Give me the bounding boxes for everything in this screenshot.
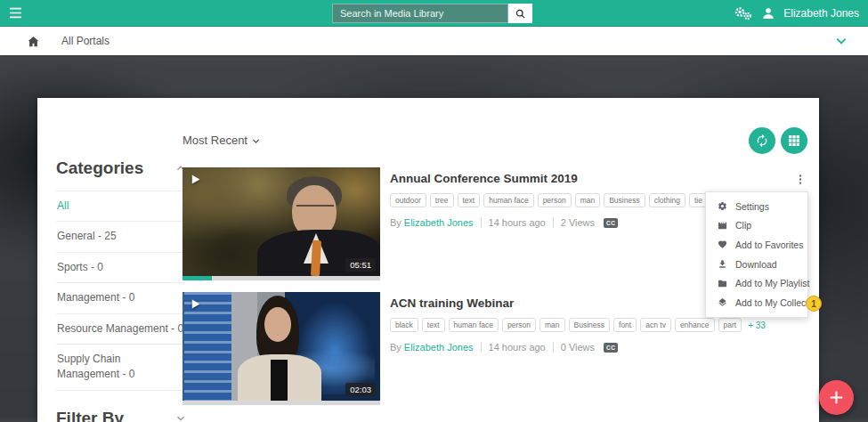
play-icon (189, 173, 202, 186)
tag[interactable]: Business (604, 193, 645, 207)
home-icon[interactable] (27, 35, 40, 48)
menu-item-label: Add to My Playlist (735, 278, 809, 288)
thumbnail-art (311, 240, 321, 276)
topbar-user-area: Elizabeth Jones (732, 0, 859, 27)
categories-header[interactable]: Categories (56, 158, 186, 178)
categories-sidebar: Categories AllGeneral - 25Sports - 0Mana… (56, 98, 186, 422)
timestamp: 14 hours ago (489, 342, 546, 353)
video-thumbnail[interactable]: 02:03 (183, 292, 380, 405)
search-icon (515, 8, 526, 20)
menu-item-add-to-my-collection[interactable]: Add to My Collection (706, 293, 807, 312)
clip-icon (718, 221, 727, 231)
sidebar-item-supply-chain-management-0[interactable]: Supply Chain Management - 0 (56, 345, 186, 391)
layers-icon (718, 297, 727, 307)
sidebar-item-resource-management-0[interactable]: Resource Management - 0 (56, 314, 186, 345)
more-tags-link[interactable]: + 33 (748, 321, 766, 330)
divider (553, 217, 554, 228)
divider (553, 342, 554, 353)
filter-by-header[interactable]: Filter By (56, 409, 186, 422)
folder-icon (718, 279, 727, 288)
refresh-button[interactable] (749, 127, 775, 154)
thumbnail-art (296, 205, 334, 211)
tag[interactable]: tree (430, 193, 454, 207)
grid-icon (787, 134, 801, 148)
context-menu: SettingsClipAdd to FavoritesDownloadAdd … (705, 191, 808, 318)
thumbnail-art (264, 307, 291, 342)
tag[interactable]: man (539, 318, 565, 332)
add-media-fab[interactable] (819, 380, 854, 415)
chevron-down-icon (251, 136, 261, 146)
topbar: Elizabeth Jones (0, 0, 868, 27)
media-library-page: Elizabeth Jones All Portals Categories A… (0, 0, 868, 422)
sort-dropdown[interactable]: Most Recent (183, 134, 261, 147)
author-link[interactable]: Elizabeth Jones (404, 217, 474, 228)
byline: ByElizabeth Jones (390, 342, 474, 353)
duration-badge: 02:03 (345, 383, 376, 396)
breadcrumb-bar: All Portals (0, 27, 868, 55)
sidebar-item-general-25[interactable]: General - 25 (56, 222, 186, 252)
tag[interactable]: text (458, 193, 481, 207)
closed-captions-badge: CC (604, 218, 618, 228)
sort-label: Most Recent (183, 134, 247, 147)
view-count: 0 Views (561, 342, 595, 353)
tag[interactable]: outdoor (390, 193, 426, 207)
tag[interactable]: part (718, 318, 742, 332)
progress-bar (183, 276, 380, 280)
grid-view-button[interactable] (781, 127, 807, 154)
categories-title: Categories (56, 158, 143, 178)
sidebar-item-management-0[interactable]: Management - 0 (56, 283, 186, 313)
video-thumbnail-image: 05:51 (183, 167, 380, 276)
menu-item-label: Settings (735, 201, 769, 212)
tag[interactable]: person (502, 318, 536, 332)
video-thumbnail-image: 02:03 (183, 292, 380, 401)
chevron-down-icon[interactable] (834, 34, 848, 48)
divider (481, 342, 482, 353)
user-avatar-icon[interactable] (761, 6, 775, 20)
video-thumbnail[interactable]: 05:51 (183, 167, 380, 280)
menu-item-label: Download (735, 259, 777, 270)
filter-by-title: Filter By (56, 409, 124, 422)
download-icon (718, 259, 727, 269)
breadcrumb[interactable]: All Portals (61, 35, 110, 47)
closed-captions-badge: CC (604, 343, 618, 353)
duration-badge: 05:51 (345, 258, 376, 272)
tag[interactable]: Business (569, 318, 611, 332)
tag[interactable]: man (575, 193, 601, 207)
timestamp: 14 hours ago (489, 217, 546, 228)
menu-item-label: Clip (735, 220, 751, 231)
tag[interactable]: human face (449, 318, 499, 332)
tag[interactable]: black (390, 318, 418, 332)
content-card: Categories AllGeneral - 25Sports - 0Mana… (37, 98, 819, 422)
byline: ByElizabeth Jones (390, 217, 474, 228)
search-box (332, 4, 532, 23)
kebab-menu-icon[interactable] (794, 172, 807, 187)
search-button[interactable] (508, 4, 532, 23)
menu-item-add-to-favorites[interactable]: Add to Favorites (706, 235, 807, 255)
tag-list: blacktexthuman facepersonmanBusinessfont… (390, 318, 808, 332)
tag[interactable]: text (422, 318, 445, 332)
tag[interactable]: enhance (675, 318, 715, 332)
hamburger-menu-icon[interactable] (8, 5, 23, 20)
sidebar-item-sports-0[interactable]: Sports - 0 (56, 253, 186, 283)
menu-item-download[interactable]: Download (706, 255, 807, 274)
media-title[interactable]: Annual Conference Summit 2019 (390, 172, 819, 185)
sidebar-item-all[interactable]: All (56, 191, 186, 222)
progress-bar (183, 401, 380, 405)
tag[interactable]: clothing (649, 193, 685, 207)
tag[interactable]: person (538, 193, 572, 207)
admin-cogs-icon[interactable] (732, 5, 753, 21)
search-input[interactable] (332, 4, 508, 23)
menu-item-add-to-my-playlist[interactable]: Add to My Playlist (706, 273, 807, 293)
divider (481, 217, 482, 228)
tag[interactable]: font (613, 318, 637, 332)
thumbnail-art (271, 360, 288, 401)
tag[interactable]: human face (483, 193, 533, 207)
heart-icon (718, 239, 727, 249)
tag[interactable]: acn tv (640, 318, 671, 332)
menu-item-settings[interactable]: Settings (706, 197, 807, 216)
menu-item-label: Add to Favorites (735, 239, 803, 250)
user-name[interactable]: Elizabeth Jones (783, 7, 859, 20)
menu-item-clip[interactable]: Clip (706, 216, 807, 236)
annotation-step-badge: 1 (806, 296, 822, 312)
author-link[interactable]: Elizabeth Jones (404, 342, 474, 353)
